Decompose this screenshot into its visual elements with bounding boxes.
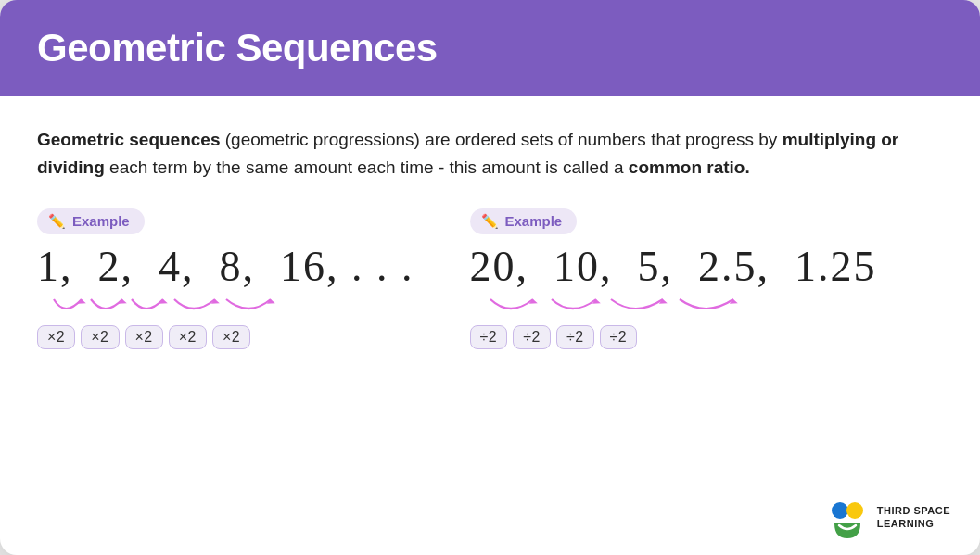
intro-text-1: (geometric progressions) are ordered set… [225, 130, 783, 149]
example-badge-2: ✏️ Example [470, 208, 578, 234]
ratio-badge: ÷2 [470, 325, 508, 349]
intro-text-2: each term by the same amount each time -… [109, 158, 629, 177]
arrows-svg-2 [470, 292, 776, 322]
footer: THIRD SPACELEARNING [0, 488, 980, 555]
ratio-badge: ×2 [37, 325, 75, 349]
examples-row: ✏️ Example 1, 2, 4, 8, 16, . . . [37, 208, 943, 460]
ratio-badge: ×2 [169, 325, 207, 349]
term-geometric-sequences: Geometric sequences [37, 130, 220, 149]
brand-name: THIRD SPACELEARNING [877, 505, 950, 531]
brand: THIRD SPACELEARNING [827, 498, 950, 538]
ratio-badge: ÷2 [600, 325, 638, 349]
arrows-row-2 [470, 292, 776, 322]
example-label-2: Example [505, 213, 563, 229]
sequence-numbers-1: 1, 2, 4, 8, 16, . . . [37, 244, 414, 291]
pencil-icon-2: ✏️ [481, 213, 499, 230]
ratio-badge: ×2 [125, 325, 163, 349]
example-badge-1: ✏️ Example [37, 208, 145, 234]
page-title: Geometric Sequences [37, 26, 438, 69]
content: Geometric sequences (geometric progressi… [0, 96, 980, 488]
header: Geometric Sequences [0, 0, 980, 96]
term-common-ratio: common ratio. [629, 158, 750, 177]
card: Geometric Sequences Geometric sequences … [0, 0, 980, 555]
sequence-numbers-2: 20, 10, 5, 2.5, 1.25 [470, 244, 877, 291]
example-block-1: ✏️ Example 1, 2, 4, 8, 16, . . . [37, 208, 414, 350]
arrows-row-1 [37, 292, 315, 322]
brand-logo-icon [827, 498, 868, 538]
ratio-badge: ÷2 [556, 325, 594, 349]
svg-point-9 [832, 502, 848, 519]
ratios-row-1: ×2 ×2 ×2 ×2 ×2 [37, 325, 250, 349]
ratio-badge: ×2 [81, 325, 119, 349]
ratio-badge: ÷2 [513, 325, 551, 349]
svg-point-10 [846, 502, 863, 519]
example-block-2: ✏️ Example 20, 10, 5, 2.5, 1.25 [470, 208, 877, 350]
pencil-icon-1: ✏️ [48, 213, 66, 230]
ratios-row-2: ÷2 ÷2 ÷2 ÷2 [470, 325, 638, 349]
ratio-badge: ×2 [212, 325, 250, 349]
example-label-1: Example [72, 213, 130, 229]
arrows-svg-1 [37, 292, 315, 322]
intro-paragraph: Geometric sequences (geometric progressi… [37, 126, 943, 183]
